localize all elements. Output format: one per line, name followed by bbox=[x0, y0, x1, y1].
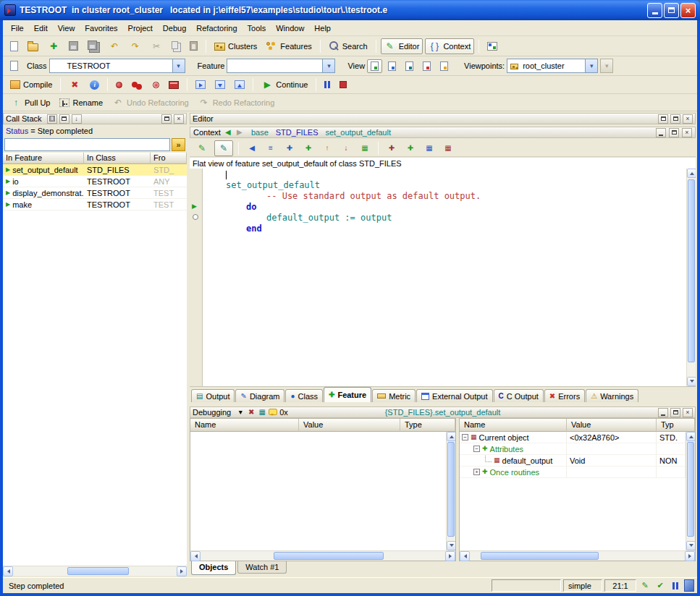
pull-up-button[interactable]: ↑Pull Up bbox=[7, 95, 54, 111]
class-combo[interactable]: TESTROOT ▾ bbox=[49, 59, 185, 73]
class-tree-button[interactable]: ✚ bbox=[384, 142, 400, 155]
scroll-thumb[interactable] bbox=[447, 442, 455, 537]
viewpoints-combo[interactable]: root_cluster ▾ bbox=[507, 59, 598, 73]
pane-float-button[interactable] bbox=[658, 114, 668, 124]
viewpoints-combo-dropdown-icon[interactable]: ▾ bbox=[585, 59, 597, 72]
scroll-down-button[interactable] bbox=[447, 541, 455, 550]
menu-tools[interactable]: Tools bbox=[243, 22, 271, 35]
save-stack-button[interactable] bbox=[47, 114, 57, 124]
step-out-button[interactable] bbox=[231, 78, 248, 91]
redo-refactoring-button[interactable]: ↷Redo Refactoring bbox=[195, 95, 279, 111]
tab-class[interactable]: ●Class bbox=[285, 389, 323, 402]
homonyms-button[interactable]: ▦ bbox=[357, 142, 373, 155]
menu-edit[interactable]: Edit bbox=[29, 22, 53, 35]
step-over-button[interactable] bbox=[211, 78, 229, 91]
debug-maximize-button[interactable] bbox=[670, 408, 680, 417]
object-tree-row[interactable]: + ✚ Once routines bbox=[460, 467, 686, 478]
context-minimize-button[interactable] bbox=[656, 128, 666, 137]
watch-vscrollbar[interactable] bbox=[446, 432, 455, 550]
new-window-button[interactable] bbox=[7, 39, 22, 54]
float-pane-button[interactable] bbox=[59, 114, 69, 124]
tab-objects[interactable]: Objects bbox=[191, 561, 236, 575]
column-value[interactable]: Value bbox=[567, 419, 657, 432]
pane-maximize-button[interactable] bbox=[670, 114, 680, 124]
pause-button[interactable] bbox=[321, 79, 334, 90]
expand-expander-icon[interactable]: + bbox=[473, 469, 480, 475]
scroll-right-button[interactable] bbox=[445, 551, 455, 561]
edit-feature-button[interactable]: ✎ bbox=[193, 140, 211, 156]
compile-button[interactable]: Compile bbox=[7, 78, 56, 91]
rename-button[interactable]: Rename bbox=[56, 96, 106, 109]
paste-button[interactable] bbox=[186, 39, 201, 53]
scroll-right-button[interactable] bbox=[685, 551, 695, 561]
menu-project[interactable]: Project bbox=[123, 22, 158, 35]
profile-button[interactable]: ▦ bbox=[440, 142, 456, 155]
tooltip-bubble-icon[interactable] bbox=[269, 409, 277, 415]
features-button[interactable]: Features bbox=[263, 40, 315, 53]
scroll-thumb[interactable] bbox=[67, 567, 130, 575]
copy-button[interactable] bbox=[168, 39, 184, 54]
cut-button[interactable]: ✂ bbox=[147, 38, 166, 54]
callees-button[interactable]: ✚ bbox=[282, 142, 298, 155]
dependency-button[interactable]: ▦ bbox=[421, 142, 437, 155]
tab-diagram[interactable]: ✎Diagram bbox=[235, 389, 284, 402]
object-tree-row[interactable]: − ▦ Current object <0x32A8760> STD. bbox=[460, 432, 686, 443]
scroll-left-button[interactable] bbox=[3, 566, 13, 576]
editor-vscrollbar[interactable] bbox=[686, 169, 696, 386]
view-interface-button[interactable] bbox=[437, 59, 452, 73]
menu-file[interactable]: File bbox=[6, 22, 29, 35]
scroll-right-button[interactable] bbox=[177, 566, 187, 576]
feature-tree-button[interactable]: ✚ bbox=[402, 142, 418, 155]
discover-button[interactable] bbox=[149, 80, 163, 90]
object-tree-row[interactable]: − ✚ Attributes bbox=[460, 443, 686, 455]
scroll-up-button[interactable] bbox=[686, 432, 695, 441]
close-button[interactable]: × bbox=[680, 3, 696, 18]
collapse-expander-icon[interactable]: − bbox=[462, 434, 468, 440]
scroll-left-button[interactable] bbox=[460, 551, 470, 561]
column-in-feature[interactable]: In Feature bbox=[3, 153, 84, 164]
history-forward-button[interactable]: ▶ bbox=[235, 128, 244, 137]
tab-warnings[interactable]: ⚠Warnings bbox=[586, 389, 638, 402]
tab-output[interactable]: ▤Output bbox=[191, 389, 235, 402]
continue-button[interactable]: ▶Continue bbox=[258, 77, 311, 93]
watch-grid-icon[interactable]: ▦ bbox=[258, 408, 266, 417]
tab-watch-1[interactable]: Watch #1 bbox=[237, 561, 287, 574]
remove-watch-icon[interactable]: ✖ bbox=[247, 408, 256, 417]
call-stack-row[interactable]: ▶display_demonstrat... TESTROOT TEST bbox=[3, 187, 187, 199]
pane-maximize-button[interactable] bbox=[161, 114, 172, 124]
code-text[interactable]: set_output_default -- Use standard outpu… bbox=[203, 169, 686, 386]
collapse-expander-icon[interactable]: − bbox=[473, 446, 480, 452]
view-clickable-button[interactable] bbox=[384, 59, 400, 73]
breakpoint-slot-icon[interactable] bbox=[193, 214, 198, 220]
object-tree-row[interactable]: ▦ default_output Void NON bbox=[460, 455, 686, 467]
scroll-down-button[interactable] bbox=[686, 541, 695, 550]
implementers-button[interactable]: ✚ bbox=[300, 142, 316, 155]
titlebar[interactable]: TESTROOT in cluster root_cluster located… bbox=[0, 0, 700, 20]
viewpoints-extra-dropdown[interactable]: ▾ bbox=[600, 59, 613, 73]
dock-pane-button[interactable]: ↓ bbox=[72, 114, 82, 124]
call-stack-row[interactable]: ▶set_output_default STD_FILES STD_ bbox=[3, 164, 187, 176]
search-button[interactable]: Search bbox=[325, 38, 371, 54]
c-compile-button[interactable] bbox=[165, 79, 182, 91]
maximize-button[interactable] bbox=[664, 3, 679, 18]
column-name[interactable]: Name bbox=[460, 419, 567, 432]
redo-button[interactable]: ↷ bbox=[126, 38, 145, 54]
tab-errors[interactable]: ✖Errors bbox=[544, 389, 585, 402]
scroll-left-button[interactable] bbox=[190, 551, 201, 561]
minimize-button[interactable] bbox=[647, 3, 662, 18]
editor-gutter[interactable]: ▶ bbox=[190, 169, 203, 386]
column-type[interactable]: Type bbox=[400, 419, 455, 432]
open-file-button[interactable] bbox=[24, 39, 42, 54]
call-stack-row[interactable]: ▶make TESTROOT TEST bbox=[3, 199, 187, 210]
view-flat-button[interactable] bbox=[402, 59, 417, 73]
retarget-button[interactable] bbox=[7, 59, 22, 73]
call-stack-row[interactable]: ▶io TESTROOT ANY bbox=[3, 176, 187, 187]
debugging-header[interactable]: Debugging ▾ ✖ ▦ 0x {STD_FILES}.set_outpu… bbox=[190, 406, 696, 418]
editor-header[interactable]: Editor × bbox=[190, 113, 696, 124]
finalize-button[interactable] bbox=[128, 77, 147, 92]
new-class-button[interactable]: ✚ bbox=[44, 38, 63, 54]
column-type[interactable]: Typ bbox=[657, 419, 695, 432]
stack-depth-input[interactable] bbox=[4, 138, 170, 151]
context-maximize-button[interactable] bbox=[669, 128, 679, 137]
view-text-button[interactable] bbox=[367, 59, 382, 73]
